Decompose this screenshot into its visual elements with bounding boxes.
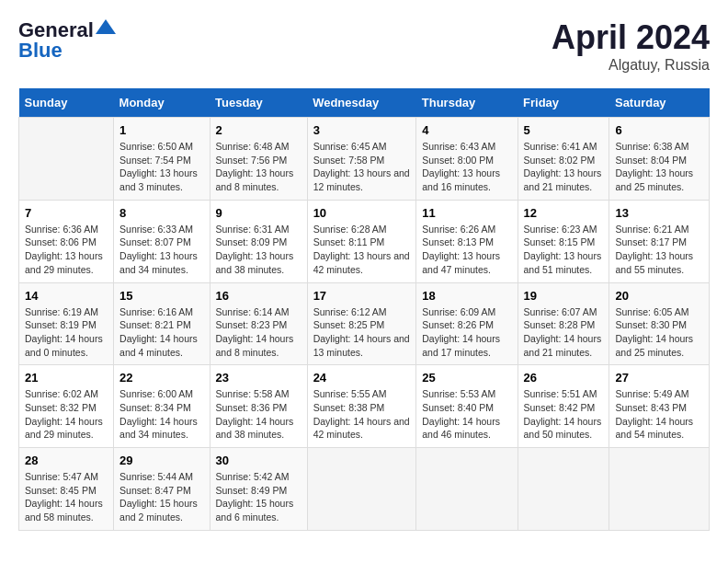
day-info: Sunrise: 6:50 AMSunset: 7:54 PMDaylight:…: [119, 140, 203, 194]
day-number: 18: [422, 289, 511, 303]
day-number: 16: [216, 289, 301, 303]
day-cell: 15Sunrise: 6:16 AMSunset: 8:21 PMDayligh…: [114, 282, 210, 365]
day-number: 12: [524, 206, 604, 220]
week-row-1: 1Sunrise: 6:50 AMSunset: 7:54 PMDaylight…: [19, 118, 710, 201]
week-row-4: 21Sunrise: 6:02 AMSunset: 8:32 PMDayligh…: [19, 365, 710, 448]
day-cell: 23Sunrise: 5:58 AMSunset: 8:36 PMDayligh…: [210, 365, 307, 448]
day-number: 6: [615, 123, 703, 137]
day-cell: 7Sunrise: 6:36 AMSunset: 8:06 PMDaylight…: [19, 200, 114, 282]
day-info: Sunrise: 5:53 AMSunset: 8:40 PMDaylight:…: [422, 387, 511, 442]
day-number: 25: [422, 371, 511, 385]
day-number: 17: [313, 289, 411, 303]
day-info: Sunrise: 5:49 AMSunset: 8:43 PMDaylight:…: [615, 387, 703, 442]
day-info: Sunrise: 6:14 AMSunset: 8:23 PMDaylight:…: [216, 305, 301, 360]
day-cell: 13Sunrise: 6:21 AMSunset: 8:17 PMDayligh…: [609, 200, 710, 282]
day-number: 7: [25, 206, 108, 220]
day-number: 30: [216, 454, 301, 467]
day-info: Sunrise: 6:19 AMSunset: 8:19 PMDaylight:…: [25, 305, 108, 360]
weekday-header-saturday: Saturday: [609, 88, 710, 118]
day-info: Sunrise: 5:44 AMSunset: 8:47 PMDaylight:…: [119, 470, 203, 524]
location: Algatuy, Russia: [552, 57, 710, 74]
weekday-header-sunday: Sunday: [19, 88, 114, 118]
day-cell: [19, 118, 114, 201]
day-cell: 5Sunrise: 6:41 AMSunset: 8:02 PMDaylight…: [518, 118, 609, 201]
day-cell: 17Sunrise: 6:12 AMSunset: 8:25 PMDayligh…: [307, 282, 416, 365]
day-info: Sunrise: 6:16 AMSunset: 8:21 PMDaylight:…: [119, 305, 203, 360]
day-info: Sunrise: 6:02 AMSunset: 8:32 PMDaylight:…: [25, 387, 108, 442]
day-cell: 20Sunrise: 6:05 AMSunset: 8:30 PMDayligh…: [609, 282, 710, 365]
day-cell: 11Sunrise: 6:26 AMSunset: 8:13 PMDayligh…: [416, 200, 518, 282]
svg-marker-0: [96, 19, 116, 34]
day-number: 21: [25, 371, 108, 385]
day-cell: 27Sunrise: 5:49 AMSunset: 8:43 PMDayligh…: [609, 365, 710, 448]
day-number: 5: [524, 123, 604, 137]
day-info: Sunrise: 6:26 AMSunset: 8:13 PMDaylight:…: [422, 223, 511, 277]
day-cell: 6Sunrise: 6:38 AMSunset: 8:04 PMDaylight…: [609, 118, 710, 201]
day-cell: 16Sunrise: 6:14 AMSunset: 8:23 PMDayligh…: [210, 282, 307, 365]
day-info: Sunrise: 6:23 AMSunset: 8:15 PMDaylight:…: [524, 223, 604, 277]
day-cell: 8Sunrise: 6:33 AMSunset: 8:07 PMDaylight…: [114, 200, 210, 282]
day-info: Sunrise: 6:28 AMSunset: 8:11 PMDaylight:…: [313, 223, 411, 277]
day-number: 19: [524, 289, 604, 303]
page-header: General Blue April 2024 Algatuy, Russia: [18, 18, 710, 74]
day-info: Sunrise: 6:45 AMSunset: 7:58 PMDaylight:…: [313, 140, 411, 194]
day-cell: 19Sunrise: 6:07 AMSunset: 8:28 PMDayligh…: [518, 282, 609, 365]
week-row-2: 7Sunrise: 6:36 AMSunset: 8:06 PMDaylight…: [19, 200, 710, 282]
day-info: Sunrise: 6:43 AMSunset: 8:00 PMDaylight:…: [422, 140, 511, 194]
day-number: 3: [313, 123, 411, 137]
day-cell: [307, 448, 416, 531]
weekday-header-friday: Friday: [518, 88, 609, 118]
week-row-3: 14Sunrise: 6:19 AMSunset: 8:19 PMDayligh…: [19, 282, 710, 365]
day-cell: 4Sunrise: 6:43 AMSunset: 8:00 PMDaylight…: [416, 118, 518, 201]
day-number: 10: [313, 206, 411, 220]
day-info: Sunrise: 6:12 AMSunset: 8:25 PMDaylight:…: [313, 305, 411, 360]
day-cell: 24Sunrise: 5:55 AMSunset: 8:38 PMDayligh…: [307, 365, 416, 448]
day-cell: 3Sunrise: 6:45 AMSunset: 7:58 PMDaylight…: [307, 118, 416, 201]
day-number: 2: [216, 123, 301, 137]
day-info: Sunrise: 6:41 AMSunset: 8:02 PMDaylight:…: [524, 140, 604, 194]
day-cell: 21Sunrise: 6:02 AMSunset: 8:32 PMDayligh…: [19, 365, 114, 448]
day-info: Sunrise: 6:38 AMSunset: 8:04 PMDaylight:…: [615, 140, 703, 194]
day-number: 15: [119, 289, 203, 303]
day-info: Sunrise: 6:48 AMSunset: 7:56 PMDaylight:…: [216, 140, 301, 194]
day-info: Sunrise: 6:21 AMSunset: 8:17 PMDaylight:…: [615, 223, 703, 277]
day-info: Sunrise: 6:05 AMSunset: 8:30 PMDaylight:…: [615, 305, 703, 360]
day-number: 1: [119, 123, 203, 137]
day-cell: [518, 448, 609, 531]
month-year: April 2024: [552, 18, 710, 57]
day-number: 13: [615, 206, 703, 220]
day-info: Sunrise: 5:55 AMSunset: 8:38 PMDaylight:…: [313, 387, 411, 442]
day-cell: 14Sunrise: 6:19 AMSunset: 8:19 PMDayligh…: [19, 282, 114, 365]
day-cell: 28Sunrise: 5:47 AMSunset: 8:45 PMDayligh…: [19, 448, 114, 531]
day-info: Sunrise: 5:51 AMSunset: 8:42 PMDaylight:…: [524, 387, 604, 442]
day-cell: 9Sunrise: 6:31 AMSunset: 8:09 PMDaylight…: [210, 200, 307, 282]
day-number: 20: [615, 289, 703, 303]
weekday-header-monday: Monday: [114, 88, 210, 118]
day-cell: 1Sunrise: 6:50 AMSunset: 7:54 PMDaylight…: [114, 118, 210, 201]
day-info: Sunrise: 6:07 AMSunset: 8:28 PMDaylight:…: [524, 305, 604, 360]
day-cell: 26Sunrise: 5:51 AMSunset: 8:42 PMDayligh…: [518, 365, 609, 448]
day-cell: [609, 448, 710, 531]
day-cell: [416, 448, 518, 531]
title-block: April 2024 Algatuy, Russia: [552, 18, 710, 74]
day-number: 22: [119, 371, 203, 385]
day-number: 4: [422, 123, 511, 137]
day-info: Sunrise: 6:33 AMSunset: 8:07 PMDaylight:…: [119, 223, 203, 277]
day-info: Sunrise: 5:47 AMSunset: 8:45 PMDaylight:…: [25, 470, 108, 524]
day-number: 26: [524, 371, 604, 385]
weekday-header-wednesday: Wednesday: [307, 88, 416, 118]
day-info: Sunrise: 6:00 AMSunset: 8:34 PMDaylight:…: [119, 387, 203, 442]
day-number: 29: [119, 454, 203, 467]
week-row-5: 28Sunrise: 5:47 AMSunset: 8:45 PMDayligh…: [19, 448, 710, 531]
logo-blue: Blue: [18, 39, 63, 63]
day-cell: 18Sunrise: 6:09 AMSunset: 8:26 PMDayligh…: [416, 282, 518, 365]
day-number: 28: [25, 454, 108, 467]
calendar-table: SundayMondayTuesdayWednesdayThursdayFrid…: [18, 88, 710, 531]
day-number: 8: [119, 206, 203, 220]
day-cell: 25Sunrise: 5:53 AMSunset: 8:40 PMDayligh…: [416, 365, 518, 448]
day-number: 24: [313, 371, 411, 385]
day-info: Sunrise: 5:58 AMSunset: 8:36 PMDaylight:…: [216, 387, 301, 442]
day-cell: 12Sunrise: 6:23 AMSunset: 8:15 PMDayligh…: [518, 200, 609, 282]
weekday-header-thursday: Thursday: [416, 88, 518, 118]
logo: General Blue: [18, 18, 116, 63]
